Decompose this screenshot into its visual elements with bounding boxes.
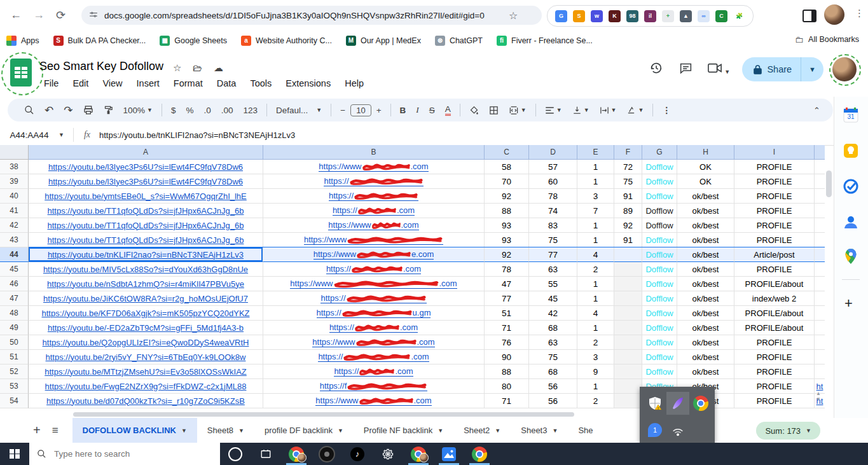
document-title[interactable]: Seo Smart Key Dofollow — [39, 60, 163, 73]
borders-icon[interactable] — [489, 106, 499, 115]
cell-e-49[interactable]: 1 — [577, 321, 614, 335]
cell-b-43[interactable]: https://www — [263, 233, 485, 247]
sheet-tab-sheet2[interactable]: Sheet2▼ — [453, 418, 511, 443]
cell-b-46[interactable]: https://www.com — [263, 277, 485, 291]
start-button[interactable] — [0, 443, 29, 465]
cell-g-49[interactable]: Dofflow — [642, 321, 677, 335]
fill-color-icon[interactable] — [469, 106, 479, 115]
more-formats-button[interactable]: 123 — [244, 106, 258, 115]
taskbar-search-input[interactable] — [53, 448, 202, 459]
cell-i-48[interactable]: PROFILE/about — [734, 306, 815, 321]
toolbar-more-icon[interactable]: ⋮ — [662, 105, 671, 115]
cell-h-41[interactable]: ok/best — [677, 204, 734, 218]
k-extension-icon[interactable]: K — [609, 10, 621, 22]
cell-d-42[interactable]: 83 — [529, 218, 577, 233]
sheet-tab-menu-icon[interactable]: ▼ — [181, 427, 187, 434]
settings-gear-icon[interactable] — [373, 443, 403, 465]
cell-e-51[interactable]: 3 — [577, 350, 614, 364]
cloud-status-icon[interactable]: ☁ — [214, 62, 223, 74]
cell-rowheader-44[interactable]: 44 — [0, 247, 29, 262]
cell-a-46[interactable]: https://youtu.be/nSdbtA1zhmQ?si=r4miKlI4… — [29, 277, 263, 291]
cell-h-40[interactable]: ok/best — [677, 189, 734, 204]
version-history-icon[interactable] — [642, 61, 671, 78]
bookmark-chatgpt[interactable]: ⊛ChatGPT — [435, 36, 483, 46]
column-header-e[interactable]: E — [577, 145, 614, 160]
cell-g-39[interactable]: Dofflow — [642, 174, 677, 189]
cell-c-51[interactable]: 90 — [485, 350, 529, 364]
font-select[interactable]: Defaul... ▼ — [276, 106, 322, 115]
share-dropdown-icon[interactable]: ▼ — [801, 66, 823, 73]
bookmark-fiverr-freelance-se-[interactable]: fiFiverr - Freelance Se... — [497, 36, 593, 46]
il-extension-icon[interactable]: il — [644, 10, 656, 22]
cell-g-50[interactable]: Dofflow — [642, 335, 677, 350]
feather-app-icon[interactable] — [666, 392, 689, 415]
cell-f-46[interactable] — [614, 277, 642, 291]
cell-d-47[interactable]: 45 — [529, 291, 577, 306]
cell-i-43[interactable]: PROFILE — [734, 233, 815, 247]
cell-h-38[interactable]: OK — [677, 160, 734, 174]
vertical-scrollbar[interactable] — [826, 170, 832, 197]
bookmark-bulk-da-pa-checker-[interactable]: SBulk DA PA Checker... — [53, 36, 146, 46]
cell-e-44[interactable]: 4 — [577, 247, 614, 262]
photos-app-icon[interactable] — [434, 443, 464, 465]
column-header-b[interactable]: B — [263, 145, 485, 160]
cell-a-38[interactable]: https://youtu.be/l3Iyec3Ps6U?si=lEwt4FC9… — [29, 160, 263, 174]
cell-i-42[interactable]: PROFILE — [734, 218, 815, 233]
add-addon-icon[interactable]: + — [844, 295, 853, 312]
cell-f-54[interactable] — [614, 394, 642, 408]
cell-c-49[interactable]: 71 — [485, 321, 529, 335]
cell-e-50[interactable]: 2 — [577, 335, 614, 350]
cell-i-38[interactable]: PROFILE — [734, 160, 815, 174]
all-bookmarks-button[interactable]: All Bookmarks — [795, 34, 859, 45]
cell-rowheader-50[interactable]: 50 — [0, 335, 29, 350]
meet-video-icon[interactable]: ▼ — [700, 62, 737, 76]
cell-d-53[interactable]: 56 — [529, 379, 577, 394]
cell-rowheader-38[interactable]: 38 — [0, 160, 29, 174]
cell-b-42[interactable]: https://www.com — [263, 218, 485, 233]
cell-a-44[interactable]: https://youtu.be/tnKLIFI2nao?si=nBNcT3NE… — [29, 247, 263, 262]
cell-b-53[interactable]: https://f — [263, 379, 485, 394]
cell-d-41[interactable]: 74 — [529, 204, 577, 218]
cell-j-38[interactable] — [815, 160, 825, 174]
cell-rowheader-43[interactable]: 43 — [0, 233, 29, 247]
cell-c-44[interactable]: 92 — [485, 247, 529, 262]
cell-j-51[interactable] — [815, 350, 825, 364]
horizontal-scrollbar[interactable] — [73, 412, 574, 417]
translate-extension-icon[interactable]: G — [555, 10, 567, 22]
scroll-arrows[interactable]: ▲▼ — [816, 391, 821, 402]
cell-e-40[interactable]: 3 — [577, 189, 614, 204]
sum-pill[interactable]: Sum: 173▼ — [756, 422, 820, 440]
taskbar-search[interactable] — [29, 443, 220, 465]
cell-i-44[interactable]: Article/post — [734, 247, 815, 262]
strikethrough-button[interactable]: S — [429, 106, 435, 115]
back-button[interactable]: ← — [10, 8, 22, 22]
side-panel-icon[interactable] — [803, 10, 816, 22]
cell-f-40[interactable]: 91 — [614, 189, 642, 204]
site-settings-icon[interactable] — [89, 11, 98, 20]
undo-icon[interactable]: ↶ — [45, 104, 53, 117]
link-extension-icon[interactable]: ∞ — [698, 10, 710, 22]
cell-d-51[interactable]: 75 — [529, 350, 577, 364]
add-sheet-icon[interactable]: + — [33, 423, 41, 438]
pin-badge-icon[interactable]: 1 — [644, 419, 666, 441]
add-page-extension-icon[interactable]: + — [662, 10, 674, 22]
sheet-tab-profile-nf-backlink[interactable]: Profile NF backlink▼ — [354, 418, 453, 443]
cell-rowheader-51[interactable]: 51 — [0, 350, 29, 364]
cell-i-47[interactable]: index/web 2 — [734, 291, 815, 306]
formula-input[interactable]: https://youtu.be/tnKLIFI2nao?si=nBNcT3NE… — [99, 130, 295, 140]
name-box[interactable]: A44:AA44 — [0, 130, 59, 140]
cell-d-44[interactable]: 77 — [529, 247, 577, 262]
cell-i-46[interactable]: PROFILE/about — [734, 277, 815, 291]
format-percent-button[interactable]: % — [186, 106, 193, 115]
cell-d-38[interactable]: 57 — [529, 160, 577, 174]
cell-h-43[interactable]: ok/best — [677, 233, 734, 247]
text-wrap-icon[interactable]: ▼ — [600, 106, 617, 115]
column-header-a[interactable]: A — [29, 145, 263, 160]
cell-b-38[interactable]: https://www.com — [263, 160, 485, 174]
cell-e-54[interactable]: 2 — [577, 394, 614, 408]
move-folder-icon[interactable]: 🗁 — [193, 62, 202, 73]
maps-icon[interactable] — [843, 248, 859, 265]
sheet-tab-profile-df-backlink[interactable]: profile DF backlink▼ — [254, 418, 354, 443]
menu-view[interactable]: View — [97, 76, 128, 90]
cell-h-44[interactable]: ok/best — [677, 247, 734, 262]
